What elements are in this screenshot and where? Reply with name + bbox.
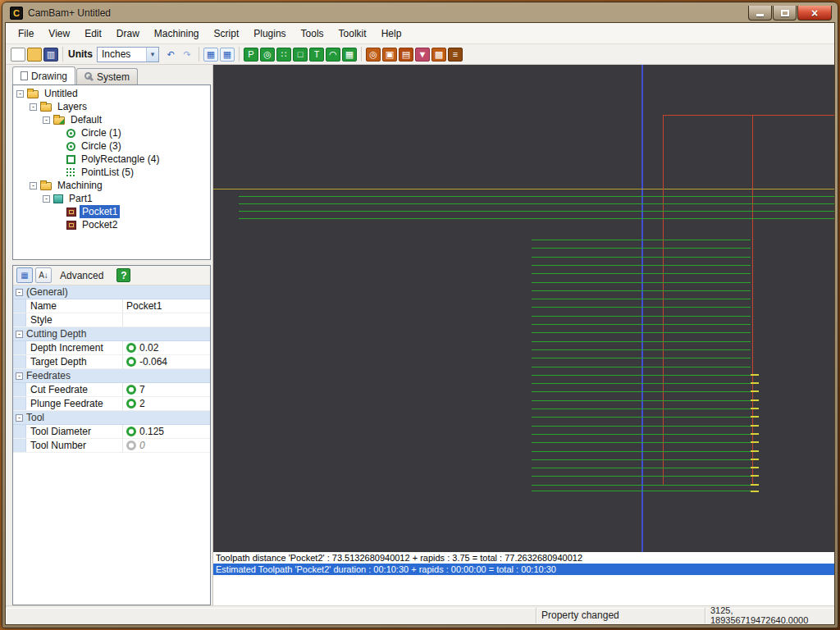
save-icon[interactable]: ▥ (43, 48, 58, 62)
tree-item-part1[interactable]: -Part1 (13, 192, 210, 205)
draw-surface-icon[interactable]: ▦ (342, 48, 357, 62)
toolpath-line[interactable] (532, 459, 751, 460)
toolpath-line[interactable] (532, 257, 751, 258)
advanced-button[interactable]: Advanced (54, 268, 109, 283)
toolpath-line[interactable] (532, 367, 751, 368)
property-value[interactable]: 0.02 (123, 341, 210, 354)
new-file-icon[interactable] (11, 48, 25, 62)
toolpath-line[interactable] (532, 485, 751, 486)
property-category-general[interactable]: -(General) (13, 285, 210, 299)
shape-outline-right[interactable] (752, 115, 753, 485)
menu-file[interactable]: File (11, 25, 41, 43)
toolpath-line[interactable] (239, 211, 834, 212)
tree-item-default[interactable]: -Default (13, 113, 210, 126)
draw-arc-icon[interactable]: ◠ (326, 48, 340, 62)
expander-icon[interactable]: - (43, 116, 50, 124)
tree-item-label[interactable]: Circle (3) (79, 139, 124, 153)
draw-circle-icon[interactable]: ◎ (260, 48, 275, 62)
menu-view[interactable]: View (41, 25, 77, 43)
property-value[interactable]: 0.125 (123, 425, 210, 438)
expander-icon[interactable]: - (16, 414, 23, 422)
toolpath-line[interactable] (532, 248, 751, 249)
toolpath-line[interactable] (532, 341, 751, 342)
toolpath-line[interactable] (532, 349, 751, 350)
toolpath-line[interactable] (532, 316, 751, 317)
toolpath-line[interactable] (532, 426, 751, 427)
property-row-name[interactable]: NamePocket1 (13, 299, 210, 313)
tree-item-circle-1[interactable]: Circle (1) (13, 126, 210, 139)
property-value[interactable] (123, 313, 210, 326)
tree-item-machining[interactable]: -Machining (13, 179, 210, 192)
categorized-view-button[interactable]: ▦ (16, 267, 33, 283)
expander-icon[interactable]: - (16, 90, 24, 98)
property-value[interactable]: 7 (123, 383, 210, 396)
tree-item-untitled[interactable]: -Untitled (13, 87, 210, 100)
menu-edit[interactable]: Edit (77, 25, 109, 43)
expander-icon[interactable]: - (43, 195, 50, 203)
draw-rectangle-icon[interactable]: □ (293, 48, 308, 62)
menu-help[interactable]: Help (374, 25, 409, 43)
redo-icon[interactable]: ↷ (180, 48, 194, 62)
toolpath-line[interactable] (532, 273, 751, 274)
toolpath-line[interactable] (532, 332, 751, 333)
toolpath-line[interactable] (532, 417, 751, 418)
toolpath-line[interactable] (532, 265, 751, 266)
toolpath-line[interactable] (239, 196, 834, 197)
property-value-text[interactable]: -0.064 (139, 355, 167, 368)
toolpath-line[interactable] (532, 358, 751, 358)
tree-item-label[interactable]: Default (68, 113, 104, 126)
machining-nc-file-icon[interactable]: ≡ (448, 48, 463, 62)
toolpath-line[interactable] (532, 491, 752, 491)
property-value[interactable]: Pocket1 (123, 299, 210, 313)
property-value-text[interactable]: Pocket1 (126, 299, 162, 313)
menu-script[interactable]: Script (207, 25, 247, 43)
tree-item-pocket2[interactable]: Pocket2 (13, 218, 210, 231)
property-value-text[interactable]: 0.02 (139, 341, 158, 354)
tree-item-layers[interactable]: -Layers (13, 100, 210, 113)
toolpath-line[interactable] (532, 409, 751, 409)
close-button[interactable]: × (797, 6, 832, 21)
tree-item-circle-3[interactable]: Circle (3) (13, 139, 210, 153)
undo-icon[interactable]: ↶ (163, 48, 178, 62)
property-category-tool[interactable]: -Tool (13, 411, 210, 425)
machining-engrave-icon[interactable]: ▤ (399, 48, 413, 62)
toolpath-line[interactable] (532, 240, 751, 240)
property-value-text[interactable]: 0.125 (139, 425, 164, 438)
tree-item-label[interactable]: PolyRectangle (4) (79, 153, 162, 166)
tree-item-pointlist-5[interactable]: PointList (5) (13, 166, 210, 179)
tree-item-label[interactable]: Layers (55, 100, 89, 113)
toolpath-line[interactable] (532, 383, 751, 384)
expander-icon[interactable]: - (16, 331, 23, 338)
expander-icon[interactable]: - (30, 182, 37, 189)
toolpath-line[interactable] (239, 218, 834, 219)
tree-item-label[interactable]: Machining (55, 179, 105, 192)
toolpath-line[interactable] (532, 468, 751, 468)
toolpath-line[interactable] (532, 400, 751, 401)
tree-item-label[interactable]: Circle (1) (79, 126, 124, 139)
draw-polyline-icon[interactable]: P (244, 48, 258, 62)
tab-system[interactable]: System (76, 68, 138, 84)
property-value-text[interactable]: 0 (139, 439, 145, 452)
toolpath-line[interactable] (532, 290, 751, 291)
open-folder-icon[interactable] (27, 48, 42, 62)
toolpath-line[interactable] (532, 375, 751, 376)
tab-drawing[interactable]: Drawing (12, 66, 75, 84)
shape-outline-top[interactable] (663, 115, 834, 116)
property-value[interactable]: 0 (123, 439, 210, 452)
menu-tools[interactable]: Tools (294, 25, 331, 43)
tree-item-label[interactable]: Pocket2 (80, 218, 120, 231)
grid-snap-icon[interactable]: ▦ (220, 48, 235, 62)
expander-icon[interactable]: - (16, 372, 23, 380)
toolpath-line[interactable] (532, 442, 751, 443)
machining-3d-profile-icon[interactable]: ▩ (431, 48, 446, 62)
tree-item-label[interactable]: Part1 (66, 192, 95, 205)
minimize-button[interactable] (748, 6, 772, 21)
title-bar[interactable]: C CamBam+ Untitled × (5, 2, 835, 22)
menu-toolkit[interactable]: Toolkit (331, 25, 374, 43)
toolpath-line[interactable] (532, 299, 751, 299)
property-row-target-depth[interactable]: Target Depth-0.064 (13, 355, 210, 369)
chevron-down-icon[interactable]: ▾ (146, 48, 158, 62)
toolpath-line[interactable] (532, 324, 751, 325)
menu-draw[interactable]: Draw (109, 25, 147, 43)
toolpath-line[interactable] (532, 391, 751, 392)
